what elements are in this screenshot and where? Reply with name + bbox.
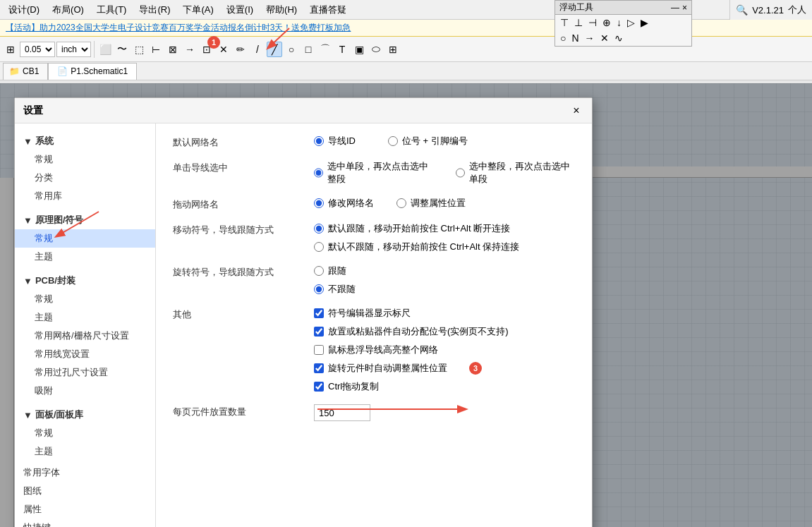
ft-icon-11[interactable]: ✕ xyxy=(598,32,611,44)
arc-icon[interactable]: ⌒ xyxy=(317,42,333,57)
ellipse-icon[interactable]: ⬭ xyxy=(368,42,384,57)
net-icon[interactable]: ⊠ xyxy=(165,42,181,57)
menu-live[interactable]: 直播答疑 xyxy=(304,2,352,18)
radio-rotate-follow-input[interactable] xyxy=(314,266,324,276)
sidebar-item-schematic-theme[interactable]: 主题 xyxy=(15,248,155,266)
wire-draw-icon[interactable]: ╱ xyxy=(267,42,282,57)
ft-icon-5[interactable]: ↓ xyxy=(614,16,624,29)
ft-icon-6[interactable]: ▷ xyxy=(625,16,637,29)
radio-select-single-input[interactable] xyxy=(314,168,323,178)
ft-icon-10[interactable]: → xyxy=(583,32,597,44)
radio-default-nofollow[interactable]: 默认不跟随，移动开始前按住 Ctrl+Alt 保持连接 xyxy=(314,241,519,253)
radio-select-single[interactable]: 选中单段，再次点击选中整段 xyxy=(314,160,433,186)
radio-default-follow-input[interactable] xyxy=(314,224,324,234)
sidebar-group-pcb-header[interactable]: ▼ PCB/封装 xyxy=(15,272,155,290)
tab-cb1[interactable]: 📁 CB1 xyxy=(3,63,48,80)
checkbox-auto-assign[interactable]: 放置或粘贴器件自动分配位号(实例页不支持) xyxy=(314,325,509,338)
line-icon[interactable]: / xyxy=(250,42,265,57)
ft-icon-1[interactable]: ⊤ xyxy=(558,16,571,29)
menu-order[interactable]: 下单(A) xyxy=(177,2,219,18)
checkbox-show-ruler[interactable]: 符号编辑器显示标尺 xyxy=(314,307,509,320)
ft-icon-8[interactable]: ○ xyxy=(558,32,568,44)
checkbox-auto-assign-input[interactable] xyxy=(314,327,324,337)
bus-icon[interactable]: ⬚ xyxy=(131,42,147,57)
sidebar-item-shortcuts[interactable]: 快捷键 xyxy=(15,519,155,527)
radio-adjust-pos[interactable]: 调整属性位置 xyxy=(396,197,466,210)
sidebar-item-panel-theme[interactable]: 主题 xyxy=(15,442,155,461)
sidebar-group-panel-header[interactable]: ▼ 面板/面板库 xyxy=(15,406,155,424)
radio-rotate-nofollow-input[interactable] xyxy=(314,284,324,294)
grid-value-select[interactable]: 0.050.10.51 xyxy=(20,42,55,57)
pin-icon[interactable]: ⊢ xyxy=(148,42,164,57)
radio-default-follow[interactable]: 默认跟随，移动开始前按住 Ctrl+Alt 断开连接 xyxy=(314,222,519,235)
checkbox-ctrl-drag-copy-input[interactable] xyxy=(314,382,324,392)
unit-select[interactable]: inchmilmm xyxy=(56,42,91,57)
menu-help[interactable]: 帮助(H) xyxy=(260,2,303,18)
radio-default-nofollow-label: 默认不跟随，移动开始前按住 Ctrl+Alt 保持连接 xyxy=(328,241,519,253)
radio-pin-number[interactable]: 位号 + 引脚编号 xyxy=(388,135,468,147)
radio-rename-net[interactable]: 修改网络名 xyxy=(314,197,374,210)
symbol-icon[interactable]: ⊡ 1 xyxy=(199,42,214,57)
sidebar-item-schematic-general[interactable]: 常规 2 xyxy=(15,229,155,248)
float-tool-close-icon[interactable]: × xyxy=(682,3,687,13)
checkbox-ctrl-drag-copy[interactable]: Ctrl拖动复制 xyxy=(314,380,509,393)
checkbox-auto-adjust-prop[interactable]: 旋转元件时自动调整属性位置 3 xyxy=(314,362,509,375)
radio-adjust-pos-input[interactable] xyxy=(396,198,406,208)
menu-design[interactable]: 设计(D) xyxy=(3,2,45,18)
per-page-count-input[interactable]: 150 xyxy=(314,404,370,421)
sidebar-item-system-general[interactable]: 常规 xyxy=(15,150,155,169)
grid-icon[interactable]: ⊞ xyxy=(3,42,18,57)
sidebar-item-attributes[interactable]: 属性 xyxy=(15,500,155,519)
sidebar-group-system-header[interactable]: ▼ 系统 xyxy=(15,132,155,150)
checkbox-highlight-net[interactable]: 鼠标悬浮导线高亮整个网络 xyxy=(314,344,509,356)
ft-icon-2[interactable]: ⊥ xyxy=(572,16,585,29)
sidebar-item-pcb-via[interactable]: 常用过孔尺寸设置 xyxy=(15,363,155,382)
ft-icon-9[interactable]: N xyxy=(569,32,581,44)
menu-export[interactable]: 导出(R) xyxy=(133,2,176,18)
text-icon[interactable]: T xyxy=(334,42,350,57)
sidebar-item-system-category[interactable]: 分类 xyxy=(15,169,155,187)
arrow-right-icon[interactable]: → xyxy=(182,42,198,57)
checkbox-auto-adjust-prop-input[interactable] xyxy=(314,363,324,373)
menu-layout[interactable]: 布局(O) xyxy=(47,2,90,18)
sidebar-item-pcb-linewidth[interactable]: 常用线宽设置 xyxy=(15,345,155,363)
ft-icon-3[interactable]: ⊣ xyxy=(586,16,599,29)
search-icon[interactable]: 🔍 xyxy=(736,4,748,16)
menu-tools[interactable]: 工具(T) xyxy=(91,2,133,18)
tab-schematic1[interactable]: 📄 P1.Schematic1 xyxy=(48,63,137,80)
pencil-icon[interactable]: ✏ xyxy=(233,42,248,57)
sidebar-item-common-font[interactable]: 常用字体 xyxy=(15,464,155,482)
sidebar-group-schematic-header[interactable]: ▼ 原理图/符号 xyxy=(15,211,155,229)
sidebar-item-system-library[interactable]: 常用库 xyxy=(15,187,155,205)
rect-icon[interactable]: □ xyxy=(301,42,316,57)
checkbox-show-ruler-input[interactable] xyxy=(314,308,324,318)
sidebar-item-pcb-theme[interactable]: 主题 xyxy=(15,308,155,327)
wire-icon[interactable]: 〜 xyxy=(114,42,130,57)
ft-icon-4[interactable]: ⊕ xyxy=(600,16,613,29)
ft-icon-12[interactable]: ∿ xyxy=(612,32,625,44)
frame-icon[interactable]: ▣ xyxy=(351,42,367,57)
menu-settings[interactable]: 设置(I) xyxy=(221,2,259,18)
radio-select-all-input[interactable] xyxy=(456,168,465,178)
radio-rotate-follow[interactable]: 跟随 xyxy=(314,265,356,277)
float-tool-minimize[interactable]: — xyxy=(671,3,679,13)
ft-icon-7[interactable]: ▶ xyxy=(638,16,650,29)
radio-select-all[interactable]: 选中整段，再次点击选中单段 xyxy=(456,160,575,186)
radio-rotate-nofollow[interactable]: 不跟随 xyxy=(314,283,356,296)
sidebar-item-pcb-grid[interactable]: 常用网格/栅格尺寸设置 xyxy=(15,327,155,345)
radio-rename-net-input[interactable] xyxy=(314,198,324,208)
sidebar-item-drawing[interactable]: 图纸 xyxy=(15,482,155,500)
float-tool-title-text: 浮动工具 xyxy=(559,1,593,13)
sidebar-item-panel-general[interactable]: 常规 xyxy=(15,424,155,442)
table-icon[interactable]: ⊞ xyxy=(385,42,401,57)
sidebar-item-pcb-snap[interactable]: 吸附 xyxy=(15,382,155,400)
dialog-close-button[interactable]: × xyxy=(569,104,583,118)
checkbox-highlight-net-input[interactable] xyxy=(314,345,324,355)
circle-icon[interactable]: ○ xyxy=(284,42,299,57)
sidebar-item-pcb-general[interactable]: 常规 xyxy=(15,290,155,308)
select-icon[interactable]: ⬜ xyxy=(97,42,113,57)
radio-wire-id[interactable]: 导线ID xyxy=(314,135,356,147)
radio-pin-number-input[interactable] xyxy=(388,136,398,146)
radio-wire-id-input[interactable] xyxy=(314,136,324,146)
radio-default-nofollow-input[interactable] xyxy=(314,242,324,252)
